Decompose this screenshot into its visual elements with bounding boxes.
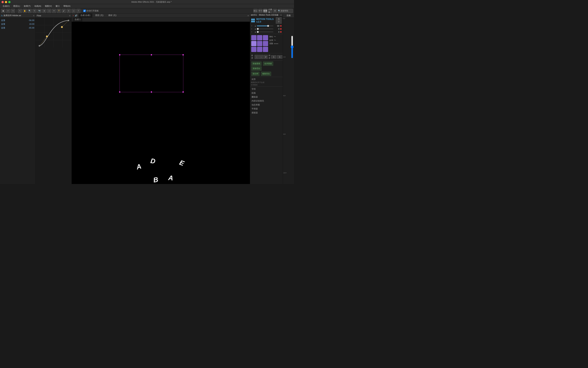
effect-row-2[interactable]: 蓝量 19.00 <box>0 22 36 26</box>
undo-btn[interactable]: ↩ <box>6 9 10 13</box>
grid-7[interactable] <box>251 47 257 52</box>
handle-tm[interactable] <box>151 54 152 55</box>
workspace-library[interactable]: 库 <box>273 9 277 13</box>
remove-blank-btn[interactable]: 移除空白 <box>261 72 271 76</box>
mt-about-btn[interactable]: 关于 <box>276 17 282 24</box>
text-select-item[interactable]: 删除器 <box>250 95 283 99</box>
grid-4[interactable] <box>251 41 257 46</box>
workspace-small[interactable]: 小屏幕 <box>268 9 272 13</box>
merge-shape-btn[interactable]: 合并形状 <box>263 62 273 66</box>
menu-window[interactable]: 窗口 <box>54 4 61 8</box>
handle-br[interactable] <box>183 92 184 92</box>
grid-9[interactable] <box>263 47 268 52</box>
scale-4: -12.0 <box>283 172 287 174</box>
num-input-2[interactable] <box>277 55 282 59</box>
tab-layer[interactable]: 图层 (无) <box>93 14 105 18</box>
effects-icon: fx <box>1 14 3 17</box>
workspace-standard[interactable]: 标准 <box>263 9 267 13</box>
svg-point-11 <box>68 20 69 21</box>
title-bar: Adobe After Effects 2021 - 无标题项目.aep * <box>0 0 294 4</box>
select-tool[interactable]: ↖ <box>18 9 22 13</box>
new-project-btn[interactable]: ◼ <box>1 9 5 13</box>
para-item[interactable]: 段落 <box>250 91 283 95</box>
grid-6[interactable] <box>263 41 268 46</box>
slider-z-val: 0 <box>274 31 279 33</box>
rotate-tool[interactable]: ↻ <box>32 9 36 13</box>
slider-z[interactable] <box>257 32 273 32</box>
lg-4 <box>253 21 255 22</box>
align-item[interactable]: 对齐 <box>250 77 283 81</box>
puppet-tool[interactable]: † <box>76 9 80 13</box>
handle-bl[interactable] <box>119 92 120 92</box>
text-tool[interactable]: T <box>57 9 61 13</box>
zoom-tool[interactable]: 🔍 <box>27 9 32 13</box>
minimize-button[interactable] <box>5 1 7 3</box>
sub-tab-comp1[interactable]: 合成 1 <box>73 18 82 22</box>
redo-btn[interactable]: ↪ <box>11 9 15 13</box>
grid-8[interactable] <box>257 47 262 52</box>
clone-tool[interactable]: ⎘ <box>67 9 71 13</box>
maximize-button[interactable] <box>8 1 10 3</box>
flow-menu-icon[interactable]: ≡ <box>69 14 70 17</box>
workspace-learn[interactable]: 学习 <box>258 9 262 13</box>
lg-3 <box>251 21 253 22</box>
auto-open-panel-checkbox[interactable]: 自动打开面板 <box>83 9 99 12</box>
ai-fill-item[interactable]: 内容识别填充 <box>250 99 283 103</box>
float-letter-A1: A <box>135 162 142 171</box>
smooth-item[interactable]: 平滑器 <box>250 107 283 111</box>
menu-help[interactable]: 帮助(H) <box>62 4 72 8</box>
handle-bm[interactable] <box>151 92 152 92</box>
grid-3[interactable] <box>263 35 268 40</box>
menu-effect[interactable]: 效果(T) <box>22 4 32 8</box>
camera-tool[interactable]: 📷 <box>37 9 42 13</box>
sort-icon-3[interactable]: ⇄ <box>264 55 268 59</box>
menu-composition[interactable]: 合成(C) <box>1 4 11 8</box>
record-dot-y[interactable] <box>280 28 282 30</box>
sort-icon-1[interactable]: ↕ <box>255 55 259 59</box>
brush-tool[interactable]: 🖌 <box>62 9 66 13</box>
pen-tool[interactable]: ✒ <box>52 9 56 13</box>
myfx-menu-icon[interactable]: ≡ <box>280 14 282 16</box>
volume-slider[interactable] <box>291 36 294 58</box>
scale-0: 0.0 <box>283 18 287 19</box>
tab-material[interactable]: 素材 (无) <box>106 14 118 18</box>
sort-icon-2[interactable]: ↔ <box>259 55 263 59</box>
menu-layer[interactable]: 图层(L) <box>12 4 21 8</box>
slider-x[interactable] <box>257 26 273 26</box>
char-item[interactable]: 字符 <box>250 87 283 91</box>
workspace-default[interactable]: 默认 <box>253 9 258 13</box>
dist-align-label: 分布图层 <box>250 84 283 86</box>
viewer-menu-icon[interactable]: ≡ <box>248 14 249 17</box>
viewer-area[interactable]: A D E B A Ae 文字摆动入场 <box>72 22 250 184</box>
grid-2[interactable] <box>257 35 262 40</box>
auto-open-checkbox-input[interactable] <box>83 9 86 12</box>
float-letter-A2: A <box>168 174 174 182</box>
wiggle-item[interactable]: 摆渡器 <box>250 111 283 115</box>
eraser-tool[interactable]: ◻ <box>71 9 76 13</box>
mask-tool[interactable]: ▭ <box>47 9 51 13</box>
tab-comp1[interactable]: 合成 合成1 <box>79 14 92 18</box>
effects-menu-icon[interactable]: ≡ <box>33 14 34 17</box>
handle-tr[interactable] <box>183 54 184 55</box>
effect-row-3[interactable]: 蓝量 -65.00 <box>0 26 36 30</box>
menu-view[interactable]: 视图(V) <box>43 4 53 8</box>
slider-y[interactable] <box>257 28 273 29</box>
hand-tool[interactable]: ✋ <box>23 9 27 13</box>
effect-label-2: 蓝量 <box>1 23 5 26</box>
close-button[interactable] <box>1 1 4 3</box>
grid-5[interactable] <box>257 41 262 46</box>
split-ai-btn[interactable]: 拆分AI <box>251 72 259 76</box>
pan-behind-tool[interactable]: ⊕ <box>42 9 46 13</box>
handle-tl[interactable] <box>119 54 120 55</box>
add-blank-btn[interactable]: 添加空白 <box>251 66 262 71</box>
search-help-btn[interactable]: 🔍 搜索帮助 <box>278 9 293 13</box>
record-dot-x[interactable] <box>280 25 282 27</box>
effect-row-1[interactable]: 蓝量 -56.00 <box>0 18 36 22</box>
effects-panel: fx 效果控件 Adobe.ae ≡ 蓝量 -56.00 蓝量 19.00 蓝量… <box>0 14 36 184</box>
num-input-1[interactable] <box>271 55 276 59</box>
motion-sketch-item[interactable]: 动态草图 <box>250 103 283 107</box>
record-dot-z[interactable] <box>280 31 282 33</box>
menu-animation[interactable]: 动画(A) <box>33 4 43 8</box>
split-shape-btn[interactable]: 拆放形状 <box>251 62 262 66</box>
grid-1[interactable] <box>251 35 257 40</box>
